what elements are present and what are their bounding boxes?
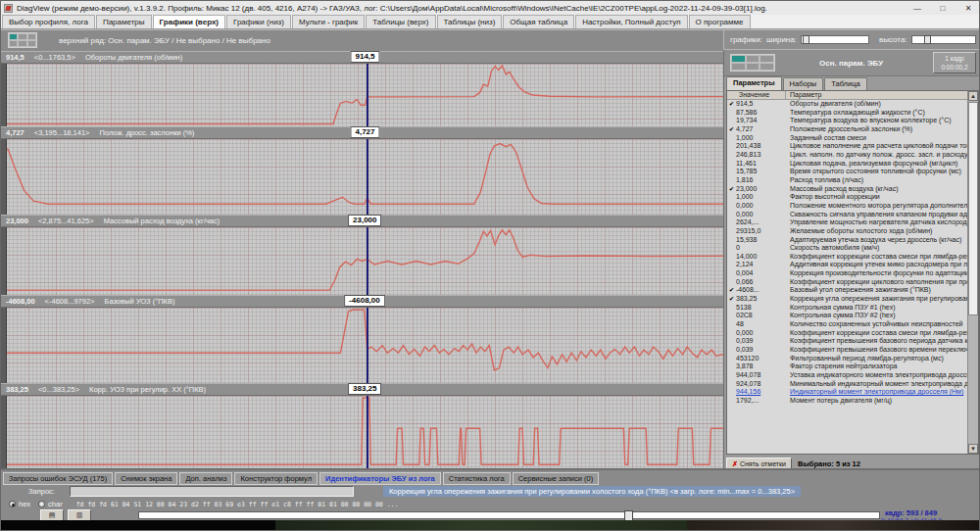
check-icon[interactable] <box>727 211 736 219</box>
check-icon[interactable]: ✔ <box>727 100 736 109</box>
parameter-row[interactable]: 2,124Аддитивная коррекция утечек мимо ра… <box>727 261 978 269</box>
menu-tab-5[interactable]: Мульти - график <box>292 15 365 28</box>
cursor-line[interactable] <box>367 139 368 215</box>
list-scrollbar[interactable]: ▲ ▼ <box>967 91 978 454</box>
graph-plot-5[interactable] <box>1 396 723 468</box>
check-icon[interactable] <box>727 142 736 151</box>
width-slider[interactable] <box>801 35 869 44</box>
close-button[interactable]: ✕ <box>956 2 980 15</box>
check-icon[interactable]: ✔ <box>727 295 736 304</box>
check-icon[interactable] <box>727 117 736 125</box>
menu-tab-10[interactable]: О программе <box>689 15 751 28</box>
graph-left-strip[interactable] <box>1 396 7 468</box>
bottom-tab-3[interactable]: Доп. анализ <box>179 472 232 485</box>
query-input[interactable] <box>70 486 354 497</box>
parameter-row[interactable]: 924,078Минимальный индикаторный момент э… <box>727 380 978 389</box>
parameter-row[interactable]: 5138Контрольная сумма ПЗУ #1 (hex) <box>727 304 978 313</box>
check-icon[interactable] <box>727 261 736 269</box>
char-radio-label[interactable]: char <box>48 500 63 508</box>
check-icon[interactable] <box>727 168 736 176</box>
graph-plot-1[interactable] <box>1 64 723 126</box>
parameter-row[interactable]: 1,816Расход топлива (л/час) <box>727 176 978 185</box>
panel-tab-2[interactable]: Наборы <box>783 77 824 91</box>
frame-seek-slider[interactable] <box>138 511 880 519</box>
parameter-row[interactable]: 1,000Заданный состав смеси <box>727 134 978 143</box>
parameter-row[interactable]: 0Скорость автомобиля (км/ч) <box>727 244 978 253</box>
graph-left-strip[interactable] <box>1 64 7 126</box>
check-icon[interactable] <box>727 388 736 397</box>
check-icon[interactable] <box>727 244 736 253</box>
cursor-line[interactable] <box>367 64 368 126</box>
column-value[interactable]: Значение <box>727 91 786 99</box>
parameter-row[interactable]: 0,000Коэффициент коррекции состава смеси… <box>727 329 978 338</box>
check-icon[interactable] <box>727 329 736 338</box>
cursor-line[interactable] <box>367 227 368 295</box>
check-icon[interactable] <box>727 176 736 185</box>
check-icon[interactable] <box>727 346 736 355</box>
scroll-up-icon[interactable]: ▲ <box>968 91 978 101</box>
parameter-row[interactable]: 0,000Скважность сигнала управления клапа… <box>727 211 978 219</box>
graph-plot-4[interactable] <box>1 308 723 383</box>
bottom-tab-6[interactable]: Статистика лога <box>443 472 511 485</box>
check-icon[interactable]: ✔ <box>727 185 736 194</box>
check-icon[interactable]: ✔ <box>727 286 736 295</box>
check-icon[interactable] <box>727 355 736 363</box>
check-icon[interactable] <box>727 134 736 143</box>
parameter-row[interactable]: 19,734Температура воздуха во впускном ко… <box>727 117 978 125</box>
panel-tab-3[interactable]: Таблица <box>824 77 866 91</box>
parameter-row[interactable]: 201,438Цикловое наполнение для расчета ц… <box>727 142 978 151</box>
check-icon[interactable]: ✔ <box>727 125 736 134</box>
graph-plot-2[interactable] <box>1 139 723 215</box>
bottom-tab-2[interactable]: Снимок экрана <box>115 472 177 485</box>
menu-tab-7[interactable]: Таблицы (низ) <box>437 15 503 28</box>
parameter-row[interactable]: 1,000Фактор высотной коррекции <box>727 193 978 202</box>
menu-tab-8[interactable]: Общая таблица <box>503 15 574 28</box>
check-icon[interactable] <box>727 151 736 160</box>
check-icon[interactable] <box>727 227 736 236</box>
parameter-row[interactable]: 944,078Уставка индикаторного момента эле… <box>727 371 978 380</box>
parameter-row[interactable]: 0,004Коррекция производительности форсун… <box>727 269 978 278</box>
check-icon[interactable] <box>727 362 736 371</box>
parameter-row[interactable]: 1792,...Момент потерь двигателя (мг/ц) <box>727 397 978 406</box>
layout-grid-icon[interactable] <box>8 32 37 48</box>
bottom-tab-5[interactable]: Идентификаторы ЭБУ из лога <box>319 472 441 485</box>
column-parameter[interactable]: Параметр <box>786 91 978 99</box>
height-slider[interactable] <box>911 35 976 44</box>
check-icon[interactable] <box>727 380 736 389</box>
parameter-row[interactable]: ✔383,25Коррекция угла опережения зажиган… <box>727 295 978 304</box>
hex-radio[interactable] <box>9 501 16 507</box>
parameter-row[interactable]: 15,785Время открытого состояния топливно… <box>727 168 978 176</box>
menu-tab-4[interactable]: Графики (низ) <box>226 15 291 28</box>
parameter-row[interactable]: 0,039Коэффициент превышения базового вре… <box>727 346 978 355</box>
parameter-row[interactable]: 453120Фильтрованный период лямбда-регуля… <box>727 355 978 363</box>
menu-tab-2[interactable]: Параметры <box>96 15 152 28</box>
scroll-down-icon[interactable]: ▼ <box>968 444 978 454</box>
parameter-row[interactable]: ✔23,000Массовый расход воздуха (кг/час) <box>727 185 978 194</box>
parameter-row[interactable]: 0,000Положение моментного мотора регулят… <box>727 202 978 211</box>
maximize-button[interactable]: □ <box>930 2 956 15</box>
parameter-row[interactable]: ✔914,5Обороты двигателя (об/мин) <box>727 100 978 109</box>
cursor-line[interactable] <box>367 308 368 383</box>
char-radio[interactable] <box>38 501 45 507</box>
minimize-button[interactable]: — <box>905 2 930 15</box>
check-icon[interactable] <box>727 320 736 329</box>
panel-grid-icon[interactable] <box>730 54 775 72</box>
check-icon[interactable] <box>727 371 736 380</box>
parameter-row[interactable]: 02C8Контрольная сумма ПЗУ #2 (hex) <box>727 312 978 320</box>
check-icon[interactable] <box>727 160 736 169</box>
check-icon[interactable] <box>727 337 736 346</box>
parameter-row[interactable]: 246,813Цикл. наполн. по датчику полож. д… <box>727 151 978 160</box>
graph-left-strip[interactable] <box>1 308 7 383</box>
menu-tab-9[interactable]: Настройки, Полный доступ <box>575 15 687 28</box>
parameter-row[interactable]: 0,039Коэффициент превышения базового пер… <box>727 337 978 346</box>
hex-radio-label[interactable]: hex <box>19 500 30 508</box>
parameter-row[interactable]: 0,066Коэффициент коррекции циклового нап… <box>727 278 978 287</box>
bottom-tab-7[interactable]: Сервисные записи (0) <box>513 472 600 485</box>
parameter-row[interactable]: ✔-4608...Базовый угол опережения зажиган… <box>727 286 978 295</box>
check-icon[interactable] <box>727 193 736 202</box>
parameter-row[interactable]: 48Количество сохраненных устойчивых неис… <box>727 320 978 329</box>
check-icon[interactable] <box>727 278 736 287</box>
parameter-row[interactable]: 11,461Цикловая подача, реализуемая форсу… <box>727 160 978 169</box>
menu-tab-3[interactable]: Графики (верх) <box>153 15 225 28</box>
graph-left-strip[interactable] <box>1 139 7 215</box>
